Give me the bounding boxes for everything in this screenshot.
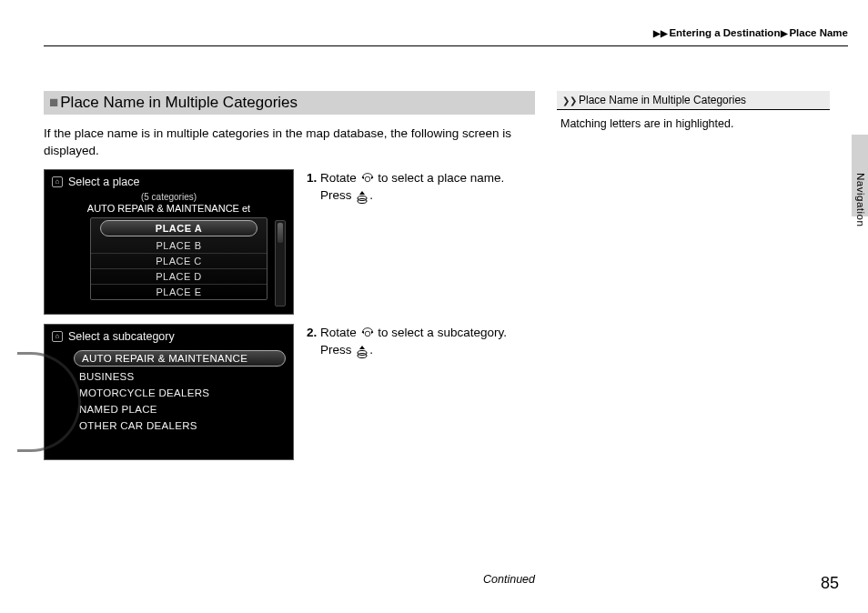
scrollbar bbox=[275, 220, 286, 306]
rotate-dial-icon bbox=[360, 172, 375, 185]
step-text: . bbox=[369, 343, 373, 357]
back-icon: ⌂ bbox=[52, 176, 63, 187]
list-item: PLACE E bbox=[91, 285, 267, 299]
list-item: PLACE B bbox=[91, 238, 267, 254]
step-number: 2. bbox=[307, 326, 317, 339]
list-item: PLACE D bbox=[91, 269, 267, 285]
continued-label: Continued bbox=[44, 573, 535, 586]
list-item: NAMED PLACE bbox=[74, 401, 286, 417]
step-1: 1. Rotate to select a place name. Press … bbox=[307, 169, 535, 205]
divider bbox=[557, 109, 830, 110]
divider bbox=[44, 45, 848, 46]
breadcrumb-level-2: Place Name bbox=[789, 27, 848, 38]
step-text: Press bbox=[320, 343, 352, 357]
double-chevron-icon: ❯❯ bbox=[562, 95, 577, 106]
rotate-dial-icon bbox=[360, 327, 375, 339]
subcategory-list: AUTO REPAIR & MAINTENANCE BUSINESS MOTOR… bbox=[74, 350, 286, 434]
arc-decoration bbox=[17, 352, 81, 452]
section-heading: ■Place Name in Multiple Categories bbox=[44, 91, 535, 115]
screenshot-select-subcategory: ⌂ Select a subcategory AUTO REPAIR & MAI… bbox=[44, 324, 294, 460]
screenshot-select-place: ⌂ Select a place (5 categories) AUTO REP… bbox=[44, 169, 294, 315]
section-tab-label: Navigation bbox=[855, 173, 866, 226]
step-text: to select a place name. bbox=[378, 171, 504, 185]
step-text: Press bbox=[320, 188, 352, 202]
svg-point-2 bbox=[365, 176, 370, 182]
list-item: PLACE C bbox=[91, 254, 267, 269]
chevron-right-icon: ▶▶ bbox=[653, 28, 668, 38]
step-number: 1. bbox=[307, 171, 317, 185]
sidebar-note: Matching letters are in highlighted. bbox=[557, 117, 830, 130]
step-text: to select a subcategory. bbox=[378, 326, 507, 339]
breadcrumb: ▶▶Entering a Destination▶Place Name bbox=[652, 27, 848, 38]
step-2: 2. Rotate to select a subcategory. Press… bbox=[307, 324, 535, 359]
step-text: . bbox=[369, 188, 373, 202]
step-text: Rotate bbox=[320, 171, 357, 185]
intro-text: If the place name is in multiple categor… bbox=[44, 126, 535, 160]
screenshot-title-bar: ⌂ Select a place bbox=[45, 170, 293, 190]
breadcrumb-level-1: Entering a Destination bbox=[669, 27, 780, 38]
svg-marker-9 bbox=[359, 346, 365, 349]
list-item: OTHER CAR DEALERS bbox=[74, 417, 286, 434]
svg-point-8 bbox=[365, 331, 370, 337]
sidebar: ❯❯Place Name in Multiple Categories Matc… bbox=[557, 91, 830, 130]
step-row-2: ⌂ Select a subcategory AUTO REPAIR & MAI… bbox=[44, 324, 535, 460]
sidebar-heading: ❯❯Place Name in Multiple Categories bbox=[557, 91, 830, 109]
step-row-1: ⌂ Select a place (5 categories) AUTO REP… bbox=[44, 169, 535, 315]
back-icon: ⌂ bbox=[52, 331, 63, 342]
page-number: 85 bbox=[821, 574, 839, 593]
screenshot-subhead: (5 categories) bbox=[45, 192, 293, 202]
chevron-right-icon: ▶ bbox=[781, 28, 788, 38]
sidebar-heading-text: Place Name in Multiple Categories bbox=[579, 94, 746, 106]
press-button-icon bbox=[355, 345, 369, 357]
list-item: AUTO REPAIR & MAINTENANCE bbox=[74, 350, 286, 367]
screenshot-subline: AUTO REPAIR & MAINTENANCE et bbox=[45, 203, 293, 214]
list-item: BUSINESS bbox=[74, 368, 286, 385]
place-list: PLACE A PLACE B PLACE C PLACE D PLACE E bbox=[90, 217, 267, 300]
screenshot-title: Select a place bbox=[68, 176, 140, 188]
list-item: MOTORCYCLE DEALERS bbox=[74, 385, 286, 401]
section-title: Place Name in Multiple Categories bbox=[60, 94, 298, 111]
screenshot-title-bar: ⌂ Select a subcategory bbox=[45, 325, 293, 345]
main-content: ■Place Name in Multiple Categories If th… bbox=[44, 91, 535, 469]
square-bullet-icon: ■ bbox=[49, 94, 58, 111]
screenshot-title: Select a subcategory bbox=[68, 330, 175, 343]
press-button-icon bbox=[355, 190, 369, 203]
step-text: Rotate bbox=[320, 326, 357, 339]
svg-marker-3 bbox=[359, 191, 365, 195]
list-item: PLACE A bbox=[100, 220, 257, 236]
